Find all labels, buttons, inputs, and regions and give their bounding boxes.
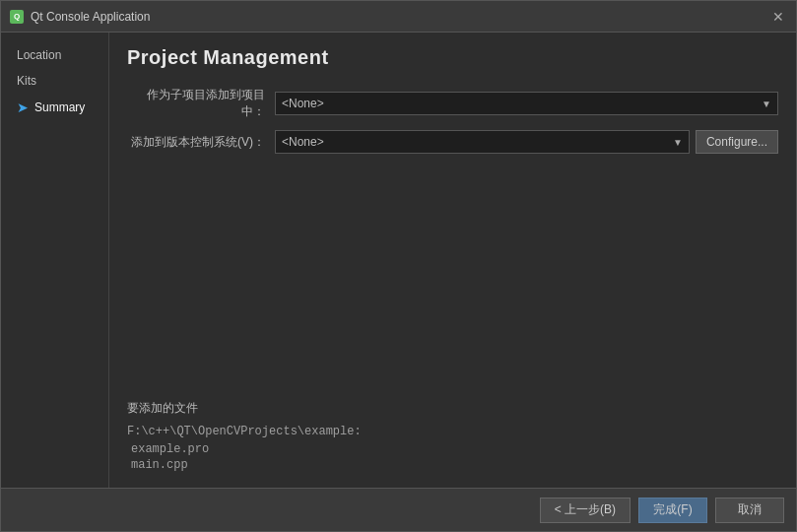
active-arrow-icon: ➤ (17, 100, 29, 115)
files-heading: 要添加的文件 (127, 400, 778, 417)
files-section: 要添加的文件 F:\c++\QT\OpenCVProjects\example:… (127, 380, 778, 474)
sidebar-item-label-kits: Kits (17, 74, 36, 88)
configure-button[interactable]: Configure... (696, 130, 778, 154)
subproject-control-wrap: <None> ▼ (275, 92, 778, 115)
chevron-down-icon: ▼ (762, 99, 771, 109)
sidebar-item-label-summary: Summary (34, 100, 85, 114)
subproject-select[interactable]: <None> ▼ (275, 92, 778, 115)
subproject-label: 作为子项目添加到项目中： (127, 87, 275, 120)
qt-logo: Q (10, 10, 24, 24)
content-area: Location Kits ➤ Summary Project Manageme… (1, 33, 796, 488)
form-row-subproject: 作为子项目添加到项目中： <None> ▼ (127, 87, 778, 120)
close-button[interactable]: ✕ (768, 7, 788, 27)
page-title: Project Management (127, 46, 778, 69)
main-panel: Project Management 作为子项目添加到项目中： <None> ▼… (109, 33, 796, 488)
sidebar-item-kits[interactable]: Kits (1, 68, 108, 94)
main-window: Q Qt Console Application ✕ Location Kits… (0, 0, 797, 532)
vcs-control-wrap: <None> ▼ Configure... (275, 130, 778, 154)
file-name-cpp: main.cpp (127, 458, 778, 472)
file-name-pro: example.pro (127, 442, 778, 456)
app-icon: Q (9, 9, 25, 25)
sidebar-item-summary[interactable]: ➤ Summary (1, 94, 108, 121)
sidebar: Location Kits ➤ Summary (1, 33, 109, 488)
sidebar-item-label-location: Location (17, 48, 61, 62)
form-row-vcs: 添加到版本控制系统(V)： <None> ▼ Configure... (127, 130, 778, 154)
window-title: Qt Console Application (31, 10, 768, 24)
vcs-select[interactable]: <None> ▼ (275, 130, 690, 154)
finish-button[interactable]: 完成(F) (638, 498, 707, 523)
subproject-select-value: <None> (282, 97, 324, 110)
vcs-label: 添加到版本控制系统(V)： (127, 134, 275, 151)
vcs-select-value: <None> (282, 135, 324, 149)
cancel-button[interactable]: 取消 (715, 498, 784, 523)
sidebar-item-location[interactable]: Location (1, 42, 108, 68)
files-path: F:\c++\QT\OpenCVProjects\example: (127, 425, 778, 438)
title-bar: Q Qt Console Application ✕ (1, 1, 796, 33)
back-button[interactable]: < 上一步(B) (540, 498, 631, 523)
bottom-bar: < 上一步(B) 完成(F) 取消 (1, 488, 796, 531)
chevron-down-icon: ▼ (673, 137, 683, 148)
